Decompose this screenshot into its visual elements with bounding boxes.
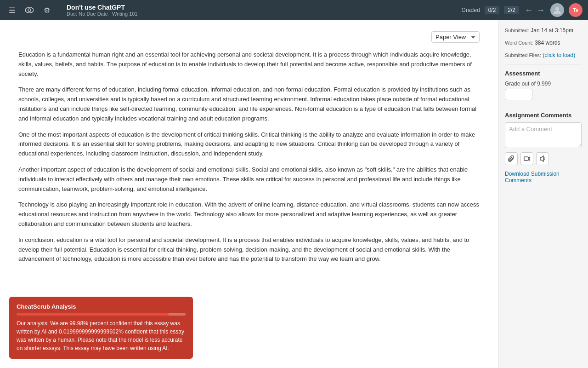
sidebar-divider-1 xyxy=(505,64,582,64)
grade-label: Graded xyxy=(462,7,480,13)
essay-paragraph-5: Technology is also playing an increasing… xyxy=(18,200,480,229)
nav-divider xyxy=(60,5,60,16)
hamburger-icon[interactable]: ☰ xyxy=(6,4,18,17)
cheatscrub-bar-fill xyxy=(17,313,169,316)
assessment-section: Assessment Grade out of 9,999 xyxy=(505,70,582,100)
main-layout: Paper View Raw Text Education is a funda… xyxy=(0,20,588,368)
word-count-value: 384 words xyxy=(535,40,560,46)
svg-point-0 xyxy=(25,7,34,13)
view-selector-bar: Paper View Raw Text xyxy=(18,31,480,43)
cheatscrub-bar-background xyxy=(17,313,186,316)
word-count-row: Word Count: 384 words xyxy=(505,39,582,46)
user-badge[interactable]: Te xyxy=(569,3,582,17)
essay-paragraph-6: In conclusion, education is a vital tool… xyxy=(18,236,480,264)
grade-info: Graded xyxy=(462,7,480,13)
assessment-title: Assessment xyxy=(505,70,582,77)
cheatscrub-text: Our analysis: We are 99.98% percent conf… xyxy=(17,319,186,352)
navigation-arrows: ← → xyxy=(524,5,546,16)
svg-marker-4 xyxy=(540,156,543,161)
next-arrow[interactable]: → xyxy=(536,5,546,16)
assignment-comments-title: Assignment Comments xyxy=(505,112,582,119)
sidebar-divider-2 xyxy=(505,106,582,106)
submitted-files-row: Submitted Files: (click to load) xyxy=(505,52,582,58)
assignment-title-block: Don't use ChatGPT Due: No Due Date · Wri… xyxy=(67,4,137,17)
grade-out-of-label: Grade out of 9,999 xyxy=(505,80,582,87)
svg-rect-3 xyxy=(524,157,528,161)
view-selector[interactable]: Paper View Raw Text xyxy=(431,31,480,43)
essay-body: Education is a fundamental human right a… xyxy=(18,50,480,264)
gear-icon[interactable]: ⚙ xyxy=(40,4,53,17)
svg-point-1 xyxy=(28,9,31,12)
submitted-files-label: Submitted Files: xyxy=(505,52,541,58)
page-counter: 2/2 xyxy=(504,6,519,14)
submission-counter: 0/2 xyxy=(485,6,500,14)
essay-paragraph-4: Another important aspect of education is… xyxy=(18,165,480,194)
comments-section: Assignment Comments xyxy=(505,112,582,165)
prev-arrow[interactable]: ← xyxy=(524,5,534,16)
sidebar: Submitted: Jan 14 at 3:15pm Word Count: … xyxy=(498,20,588,368)
cheatscrub-panel: CheatScrub Analysis Our analysis: We are… xyxy=(9,297,193,359)
comment-icon-bar xyxy=(505,152,582,165)
content-area: Paper View Raw Text Education is a funda… xyxy=(0,20,498,368)
eye-icon[interactable] xyxy=(23,4,36,17)
assignment-title: Don't use ChatGPT xyxy=(67,4,137,11)
comment-textarea[interactable] xyxy=(505,122,582,148)
attach-icon-button[interactable] xyxy=(505,152,518,165)
audio-icon-button[interactable] xyxy=(536,152,549,165)
video-icon-button[interactable] xyxy=(520,152,533,165)
grade-input[interactable] xyxy=(505,89,532,100)
assignment-subtitle: Due: No Due Date · Writing 101 xyxy=(67,11,137,17)
word-count-label: Word Count: xyxy=(505,40,533,46)
essay-paragraph-3: One of the most important aspects of edu… xyxy=(18,130,480,159)
cheatscrub-title: CheatScrub Analysis xyxy=(17,303,186,310)
submitted-value: Jan 14 at 3:15pm xyxy=(531,27,573,34)
submitted-files-link[interactable]: (click to load) xyxy=(543,52,576,58)
download-comments-link[interactable]: Download Submission Comments xyxy=(505,171,582,184)
top-navigation: ☰ ⚙ Don't use ChatGPT Due: No Due Date ·… xyxy=(0,0,588,20)
avatar[interactable] xyxy=(550,3,564,17)
submitted-label: Submitted: xyxy=(505,28,529,33)
svg-point-2 xyxy=(555,7,559,11)
essay-paragraph-2: There are many different forms of educat… xyxy=(18,85,480,123)
essay-paragraph-1: Education is a fundamental human right a… xyxy=(18,50,480,79)
submitted-row: Submitted: Jan 14 at 3:15pm xyxy=(505,27,582,34)
